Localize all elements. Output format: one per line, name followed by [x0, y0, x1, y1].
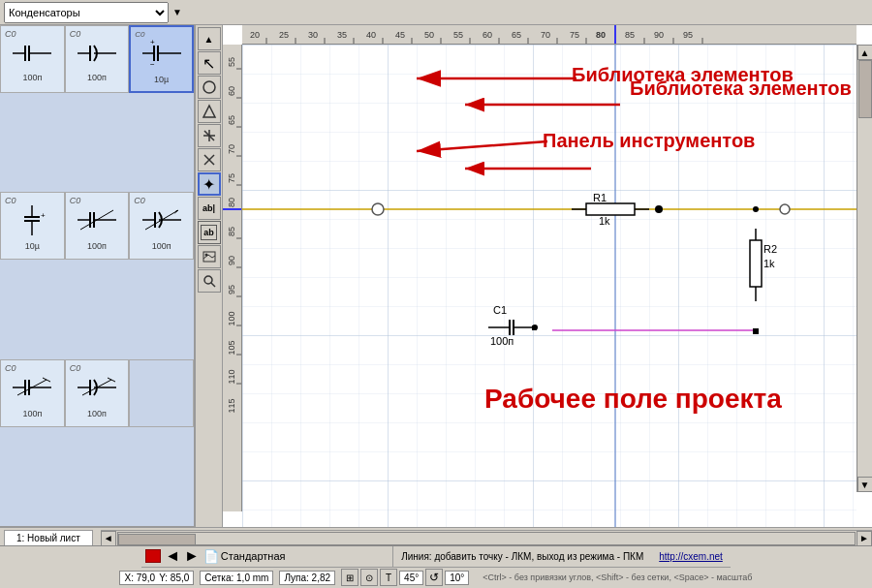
hscroll-right[interactable]: ►: [856, 531, 872, 546]
noconn-tool[interactable]: [198, 148, 221, 171]
svg-rect-112: [242, 45, 856, 527]
h-scrollbar[interactable]: ◄ ►: [101, 530, 872, 545]
svg-marker-40: [203, 106, 215, 117]
svg-text:75: 75: [227, 173, 236, 183]
vscroll-thumb[interactable]: [858, 60, 872, 118]
svg-text:65: 65: [512, 30, 521, 40]
svg-text:65: 65: [227, 115, 236, 125]
svg-text:30: 30: [308, 30, 318, 40]
svg-text:R2: R2: [763, 243, 777, 255]
lib-item-c0-basic2[interactable]: C0 100п: [65, 25, 130, 93]
coords-display: X: 79,0 Y: 85,0: [119, 571, 194, 585]
wire-end-left: [372, 203, 384, 215]
sheet-nav[interactable]: 📄 Стандартная: [203, 549, 286, 564]
zoom-tool[interactable]: [198, 269, 221, 293]
lib-item-c0-trimmer[interactable]: C0 100п: [0, 359, 65, 427]
junction-c1-right: [532, 325, 537, 330]
canvas-area[interactable]: 20 25 30 35 40 45 50 55 60: [223, 25, 872, 527]
top-bar: Конденсаторы ▼: [0, 0, 872, 25]
angle-display: 45°: [399, 571, 423, 585]
vertical-scrollbar[interactable]: ▲ ▼: [856, 45, 872, 492]
svg-text:80: 80: [596, 30, 606, 40]
schematic-canvas[interactable]: R1 1k R2 1k: [242, 45, 856, 527]
lib-item-c0-polarized[interactable]: C0 + − 10µ: [129, 25, 194, 93]
image-tool[interactable]: [198, 245, 221, 268]
svg-line-52: [211, 283, 215, 287]
ruler-top: 20 25 30 35 40 45 50 55 60: [242, 25, 856, 45]
error-indicator[interactable]: [145, 549, 161, 563]
junction-tool[interactable]: [198, 124, 221, 147]
textbox-tool[interactable]: ab: [198, 221, 221, 244]
svg-text:95: 95: [227, 285, 236, 294]
lib-item-empty: [129, 359, 194, 427]
vscroll-down[interactable]: ▼: [857, 477, 873, 492]
library-grid: C0 100п C0: [0, 25, 194, 527]
x-coord: X: 79,0: [124, 573, 155, 583]
junction-rect-r2: [753, 328, 759, 334]
svg-text:105: 105: [227, 340, 236, 355]
text-tool[interactable]: ab|: [198, 197, 221, 220]
svg-point-39: [203, 81, 215, 93]
tab-new-sheet[interactable]: 1: Новый лист: [4, 530, 93, 545]
status-bar: ◄ ► 📄 Стандартная Линия: добавить точку …: [0, 545, 872, 588]
hscroll-left[interactable]: ◄: [101, 531, 116, 546]
svg-text:90: 90: [227, 256, 236, 265]
svg-text:40: 40: [366, 30, 376, 40]
zoom-display: Лупа: 2,82: [279, 571, 335, 585]
netlabel-tool[interactable]: ✦: [198, 172, 221, 196]
rotate-toggle[interactable]: ↺: [425, 569, 443, 586]
lib-item-c0-basic[interactable]: C0 100п: [0, 25, 65, 93]
svg-text:20: 20: [250, 30, 260, 40]
nav-prev[interactable]: ◄: [165, 547, 180, 565]
svg-text:+: +: [150, 38, 155, 46]
grid-toggle[interactable]: ⊞: [341, 569, 358, 586]
svg-text:+: +: [41, 211, 46, 220]
snap-toggle[interactable]: ⊙: [360, 569, 378, 586]
junction-dot: [655, 205, 663, 213]
svg-point-51: [204, 276, 212, 284]
svg-text:90: 90: [654, 30, 664, 40]
status-hint: Линия: добавить точку - ЛКМ, выход из ре…: [401, 551, 643, 562]
hscroll-track[interactable]: [117, 532, 856, 545]
component-dropdown[interactable]: Конденсаторы: [4, 2, 169, 23]
svg-text:R1: R1: [593, 192, 607, 203]
website-link[interactable]: http://cxem.net: [651, 551, 731, 562]
svg-text:60: 60: [227, 86, 236, 96]
svg-text:100: 100: [227, 311, 236, 325]
ruler-left: 55 60 65 70 75 80 85 90 95: [223, 45, 242, 511]
svg-line-48: [208, 255, 212, 258]
hscroll-thumb[interactable]: [118, 534, 196, 545]
svg-text:45: 45: [395, 30, 405, 40]
svg-text:35: 35: [337, 30, 347, 40]
rotation-display: 10°: [445, 571, 469, 585]
vscroll-track[interactable]: [857, 60, 872, 477]
lib-item-c0-electrolytic[interactable]: C0 + 10µ: [0, 192, 65, 260]
grid-controls: ⊞ ⊙ T 45° ↺ 10°: [341, 569, 469, 586]
lib-item-c0-variable[interactable]: C0 100п: [65, 192, 130, 260]
svg-text:C1: C1: [493, 304, 507, 316]
lib-item-c0-variable2[interactable]: C0 100п: [129, 192, 194, 260]
svg-text:1k: 1k: [763, 258, 775, 269]
nav-next[interactable]: ►: [184, 547, 200, 565]
svg-text:1k: 1k: [599, 215, 610, 227]
component-library: C0 100п C0: [0, 25, 196, 527]
main-area: C0 100п C0: [0, 25, 872, 527]
svg-text:115: 115: [227, 398, 236, 413]
svg-text:85: 85: [227, 227, 236, 236]
select-tool[interactable]: ↖: [198, 51, 221, 75]
toolbar-scroll-up[interactable]: ▲: [198, 27, 221, 50]
bus-tool[interactable]: [198, 100, 221, 123]
svg-text:55: 55: [453, 30, 463, 40]
svg-text:100п: 100п: [490, 335, 514, 347]
svg-text:70: 70: [227, 144, 236, 154]
svg-text:85: 85: [625, 30, 635, 40]
angle-toggle[interactable]: T: [380, 569, 397, 586]
wire-tool[interactable]: [198, 76, 221, 99]
svg-text:50: 50: [424, 30, 434, 40]
junction-dot-r2: [753, 206, 759, 212]
svg-point-50: [204, 254, 207, 257]
lib-item-c0-trimmer2[interactable]: C0 100п: [65, 359, 130, 427]
toolbar: ▲ ↖ ✦ ab|: [196, 25, 223, 527]
svg-rect-117: [586, 203, 635, 215]
vscroll-up[interactable]: ▲: [857, 45, 873, 60]
